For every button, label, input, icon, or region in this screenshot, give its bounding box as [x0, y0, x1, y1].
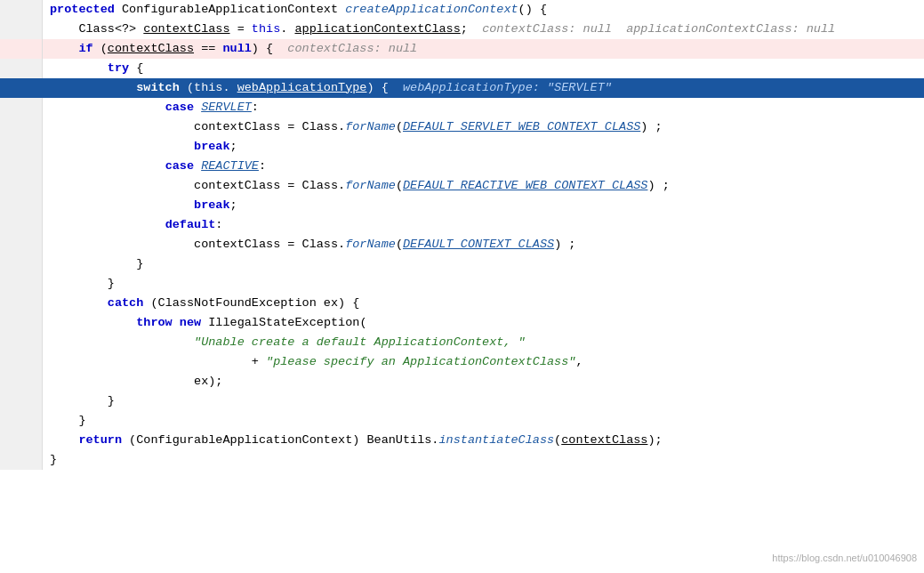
code-line-18: "Unable create a default ApplicationCont…	[0, 333, 924, 352]
line-content-2: Class<?> contextClass = this . applicati…	[43, 20, 835, 39]
line-number-19	[0, 352, 43, 372]
line-number-3	[0, 39, 43, 59]
code-line-1: protected ConfigurableApplicationContext…	[0, 0, 924, 20]
keyword-protected: protected	[50, 1, 115, 20]
line-content-6: case SERVLET :	[43, 98, 259, 117]
line-content-10: contextClass = Class. forName ( DEFAULT_…	[43, 176, 670, 196]
line-content-19: + "please specify an ApplicationContextC…	[43, 352, 583, 372]
code-line-11: break ;	[0, 196, 924, 215]
line-content-1: protected ConfigurableApplicationContext…	[43, 0, 547, 20]
line-content-17: throw new IllegalStateException(	[43, 313, 367, 333]
line-content-18: "Unable create a default ApplicationCont…	[43, 333, 526, 352]
code-line-24: }	[0, 450, 924, 470]
line-number-12	[0, 215, 43, 235]
line-number-23	[0, 431, 43, 450]
code-line-10: contextClass = Class. forName ( DEFAULT_…	[0, 176, 924, 196]
line-content-15: }	[43, 274, 115, 294]
line-number-6	[0, 98, 43, 117]
line-content-20: ex);	[43, 372, 222, 391]
code-line-23: return (ConfigurableApplicationContext) …	[0, 431, 924, 450]
line-number-17	[0, 313, 43, 333]
line-number-4	[0, 59, 43, 78]
code-line-6: case SERVLET :	[0, 98, 924, 117]
code-line-4: try {	[0, 59, 924, 78]
code-line-3: if ( contextClass == null ) { contextCla…	[0, 39, 924, 59]
line-content-12: default :	[43, 215, 222, 235]
code-line-19: + "please specify an ApplicationContextC…	[0, 352, 924, 372]
code-line-16: catch (ClassNotFoundException ex) {	[0, 294, 924, 313]
line-number-1	[0, 0, 43, 20]
code-line-15: }	[0, 274, 924, 294]
code-line-8: break ;	[0, 137, 924, 157]
line-number-21	[0, 391, 43, 411]
line-number-14	[0, 254, 43, 274]
watermark: https://blog.csdn.net/u010046908	[772, 551, 917, 566]
line-content-16: catch (ClassNotFoundException ex) {	[43, 294, 359, 313]
code-line-21: }	[0, 391, 924, 411]
code-container: protected ConfigurableApplicationContext…	[0, 0, 924, 573]
line-number-15	[0, 274, 43, 294]
line-number-18	[0, 333, 43, 352]
line-content-7: contextClass = Class. forName ( DEFAULT_…	[43, 117, 663, 137]
code-line-7: contextClass = Class. forName ( DEFAULT_…	[0, 117, 924, 137]
line-content-23: return (ConfigurableApplicationContext) …	[43, 431, 663, 450]
line-content-13: contextClass = Class. forName ( DEFAULT_…	[43, 235, 575, 254]
code-line-13: contextClass = Class. forName ( DEFAULT_…	[0, 235, 924, 254]
line-number-20	[0, 372, 43, 391]
line-content-5: switch ( this . webApplicationType ) { w…	[43, 78, 612, 98]
line-number-2	[0, 20, 43, 39]
line-content-9: case REACTIVE :	[43, 157, 266, 176]
line-content-8: break ;	[43, 137, 237, 157]
line-number-7	[0, 117, 43, 137]
line-number-11	[0, 196, 43, 215]
line-content-14: }	[43, 254, 143, 274]
line-number-8	[0, 137, 43, 157]
code-line-5: switch ( this . webApplicationType ) { w…	[0, 78, 924, 98]
method-name: createApplicationContext	[345, 1, 518, 20]
line-content-22: }	[43, 411, 86, 431]
line-number-13	[0, 235, 43, 254]
line-content-11: break ;	[43, 196, 237, 215]
line-content-4: try {	[43, 59, 143, 78]
line-content-21: }	[43, 391, 115, 411]
line-number-16	[0, 294, 43, 313]
code-line-14: }	[0, 254, 924, 274]
line-number-24	[0, 450, 43, 470]
code-line-17: throw new IllegalStateException(	[0, 313, 924, 333]
code-line-20: ex);	[0, 372, 924, 391]
code-line-2: Class<?> contextClass = this . applicati…	[0, 20, 924, 39]
code-line-22: }	[0, 411, 924, 431]
code-line-9: case REACTIVE :	[0, 157, 924, 176]
line-number-5	[0, 78, 43, 98]
line-content-3: if ( contextClass == null ) { contextCla…	[43, 39, 417, 59]
line-number-10	[0, 176, 43, 196]
line-number-22	[0, 411, 43, 431]
line-content-24: }	[43, 450, 57, 470]
line-number-9	[0, 157, 43, 176]
code-line-12: default :	[0, 215, 924, 235]
